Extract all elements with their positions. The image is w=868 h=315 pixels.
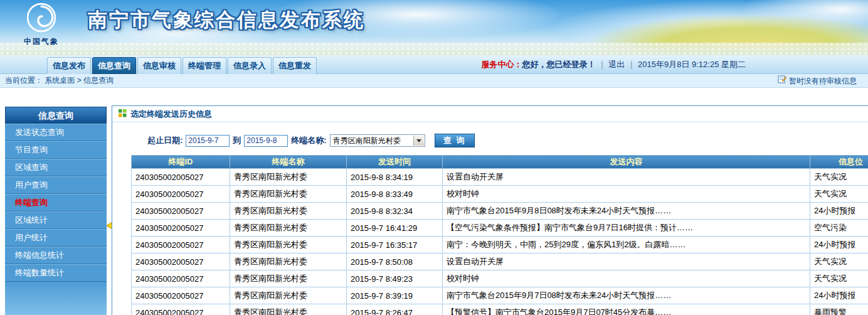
sidebar-items: 发送状态查询节目查询区域查询用户查询终端查询区域统计用户统计终端信息统计终端数量… bbox=[5, 124, 107, 282]
column-header-3: 发送内容 bbox=[443, 156, 810, 169]
table-cell: 240305002005027 bbox=[132, 287, 230, 304]
table-row[interactable]: 240305002005027青秀区南阳新光村委2015-9-7 8:50:08… bbox=[132, 254, 868, 270]
main-nav: 信息发布信息查询信息审核终端管理信息录入信息重发 服务中心：您好，您已经登录！｜… bbox=[0, 55, 868, 74]
note-icon bbox=[778, 75, 786, 88]
date-to-input[interactable] bbox=[244, 135, 288, 147]
table-cell: 南宁市气象台2015年9月7日08时发布未来24小时天气预报…… bbox=[443, 287, 810, 304]
separator: ｜ bbox=[627, 60, 635, 69]
terminal-select[interactable]: 青秀区南阳新光村委 bbox=[330, 134, 425, 147]
tab-3[interactable]: 终端管理 bbox=[183, 57, 226, 74]
table-cell: 2015-9-7 8:49:23 bbox=[347, 270, 443, 287]
query-form: 起止日期: 到 终端名称: 青秀区南阳新光村委 查 询 bbox=[147, 134, 868, 147]
sidebar-item-5[interactable]: 区域统计 bbox=[5, 211, 107, 229]
column-header-4: 信息位 bbox=[810, 156, 868, 169]
terminal-name-label: 终端名称: bbox=[291, 135, 326, 146]
table-row[interactable]: 240305002005027青秀区南阳新光村委2015-9-8 8:32:34… bbox=[132, 203, 868, 220]
table-cell: 青秀区南阳新光村委 bbox=[230, 270, 347, 287]
table-cell: 240305002005027 bbox=[132, 203, 230, 220]
section-title: 选定终端发送历史信息 bbox=[130, 109, 212, 120]
tab-5[interactable]: 信息重发 bbox=[273, 57, 317, 74]
table-cell: 【空气污染气象条件预报】南宁市气象台9月7日16时提供：预计…… bbox=[443, 220, 810, 237]
table-cell: 设置自动开关屏 bbox=[443, 169, 810, 186]
login-greeting: 您好，您已经登录！ bbox=[522, 60, 596, 69]
tab-2[interactable]: 信息审核 bbox=[137, 57, 181, 74]
history-table: 终端ID终端名称发送时间发送内容信息位 240305002005027青秀区南阳… bbox=[131, 155, 868, 315]
sidebar: 信息查询 发送状态查询节目查询区域查询用户查询终端查询区域统计用户统计终端信息统… bbox=[5, 107, 107, 315]
table-cell: 空气污染 bbox=[810, 220, 868, 237]
table-cell: 天气实况 bbox=[810, 254, 868, 270]
sidebar-item-0[interactable]: 发送状态查询 bbox=[5, 124, 107, 141]
table-cell: 【预警信号】南宁市气象台2015年9月7日07时45分发布暴…… bbox=[443, 304, 810, 315]
table-cell: 青秀区南阳新光村委 bbox=[230, 186, 347, 203]
sidebar-item-6[interactable]: 用户统计 bbox=[5, 229, 107, 247]
flower-field-decoration bbox=[0, 43, 868, 55]
nav-right: 服务中心：您好，您已经登录！｜退出｜2015年9月8日 9:12:25 星期二 bbox=[482, 55, 746, 74]
table-cell: 24小时预报 bbox=[810, 287, 868, 304]
table-cell: 校对时钟 bbox=[443, 270, 810, 287]
terminal-select-value: 青秀区南阳新光村委 bbox=[333, 136, 401, 145]
table-row[interactable]: 240305002005027青秀区南阳新光村委2015-9-7 16:41:2… bbox=[132, 220, 868, 237]
sidebar-item-4[interactable]: 终端查询 bbox=[5, 194, 107, 211]
main-panel: 选定终端发送历史信息 起止日期: 到 终端名称: 青秀区南阳新光村委 查 询 终… bbox=[112, 105, 868, 315]
sidebar-title: 信息查询 bbox=[5, 107, 107, 124]
table-cell: 设置自动开关屏 bbox=[443, 254, 810, 270]
column-header-1: 终端名称 bbox=[230, 156, 347, 169]
page-title: 南宁市气象综合信息发布系统 bbox=[88, 7, 365, 33]
table-row[interactable]: 240305002005027青秀区南阳新光村委2015-9-7 8:26:47… bbox=[132, 304, 868, 315]
location-label: 当前位置： bbox=[5, 76, 43, 85]
tab-4[interactable]: 信息录入 bbox=[228, 57, 272, 74]
table-cell: 240305002005027 bbox=[132, 220, 230, 237]
table-cell: 2015-9-7 16:41:29 bbox=[347, 220, 443, 237]
column-header-0: 终端ID bbox=[132, 156, 230, 169]
sidebar-item-3[interactable]: 用户查询 bbox=[5, 176, 107, 194]
tab-0[interactable]: 信息发布 bbox=[47, 57, 91, 74]
table-row[interactable]: 240305002005027青秀区南阳新光村委2015-9-8 8:33:49… bbox=[132, 186, 868, 203]
table-cell: 青秀区南阳新光村委 bbox=[230, 220, 347, 237]
sidebar-item-8[interactable]: 终端数量统计 bbox=[5, 264, 107, 282]
table-cell: 240305002005027 bbox=[132, 254, 230, 270]
table-cell: 青秀区南阳新光村委 bbox=[230, 237, 347, 254]
table-cell: 2015-9-8 8:33:49 bbox=[347, 186, 443, 203]
table-cell: 2015-9-7 8:50:08 bbox=[347, 254, 443, 270]
table-cell: 青秀区南阳新光村委 bbox=[230, 203, 347, 220]
date-range-label: 起止日期: bbox=[147, 135, 183, 146]
pending-review-notice: 暂时没有待审核信息 bbox=[778, 74, 857, 88]
query-button[interactable]: 查 询 bbox=[435, 134, 475, 147]
grid-icon bbox=[119, 109, 127, 119]
table-cell: 2015-9-7 16:35:17 bbox=[347, 237, 443, 254]
table-cell: 2015-9-8 8:34:19 bbox=[347, 169, 443, 186]
service-center-label: 服务中心： bbox=[482, 60, 522, 69]
table-row[interactable]: 240305002005027青秀区南阳新光村委2015-9-7 8:39:19… bbox=[132, 287, 868, 304]
datetime-text: 2015年9月8日 9:12:25 星期二 bbox=[638, 60, 746, 69]
table-row[interactable]: 240305002005027青秀区南阳新光村委2015-9-7 8:49:23… bbox=[132, 270, 868, 287]
sidebar-fill bbox=[5, 282, 107, 315]
table-cell: 暴雨预警 bbox=[810, 304, 868, 315]
breadcrumb[interactable]: 系统桌面 > 信息查询 bbox=[45, 76, 114, 85]
logout-link[interactable]: 退出 bbox=[608, 60, 625, 69]
sidebar-item-7[interactable]: 终端信息统计 bbox=[5, 247, 107, 264]
table-cell: 24小时预报 bbox=[810, 237, 868, 254]
table-cell: 240305002005027 bbox=[132, 304, 230, 315]
separator: ｜ bbox=[598, 60, 606, 69]
table-cell: 天气实况 bbox=[810, 270, 868, 287]
cma-logo: 中国气象 bbox=[16, 2, 66, 47]
logo-text: 中国气象 bbox=[16, 36, 66, 47]
tab-1[interactable]: 信息查询 bbox=[92, 57, 136, 74]
content-area: 信息查询 发送状态查询节目查询区域查询用户查询终端查询区域统计用户统计终端信息统… bbox=[0, 88, 868, 315]
table-cell: 青秀区南阳新光村委 bbox=[230, 254, 347, 270]
table-row[interactable]: 240305002005027青秀区南阳新光村委2015-9-8 8:34:19… bbox=[132, 169, 868, 186]
date-from-input[interactable] bbox=[186, 135, 230, 147]
table-cell: 青秀区南阳新光村委 bbox=[230, 304, 347, 315]
table-cell: 南宁：今晚到明天，中雨，25到29度，偏东风1到2级。白露暗…… bbox=[443, 237, 810, 254]
table-header-row: 终端ID终端名称发送时间发送内容信息位 bbox=[132, 156, 868, 169]
table-row[interactable]: 240305002005027青秀区南阳新光村委2015-9-7 16:35:1… bbox=[132, 237, 868, 254]
table-cell: 天气实况 bbox=[810, 186, 868, 203]
history-table-wrap: 终端ID终端名称发送时间发送内容信息位 240305002005027青秀区南阳… bbox=[131, 155, 868, 315]
table-body: 240305002005027青秀区南阳新光村委2015-9-8 8:34:19… bbox=[132, 169, 868, 315]
table-cell: 240305002005027 bbox=[132, 186, 230, 203]
cyclone-logo-icon bbox=[26, 24, 57, 35]
table-cell: 青秀区南阳新光村委 bbox=[230, 169, 347, 186]
sidebar-item-1[interactable]: 节目查询 bbox=[5, 141, 107, 159]
sidebar-item-2[interactable]: 区域查询 bbox=[5, 159, 107, 176]
table-cell: 2015-9-8 8:32:34 bbox=[347, 203, 443, 220]
